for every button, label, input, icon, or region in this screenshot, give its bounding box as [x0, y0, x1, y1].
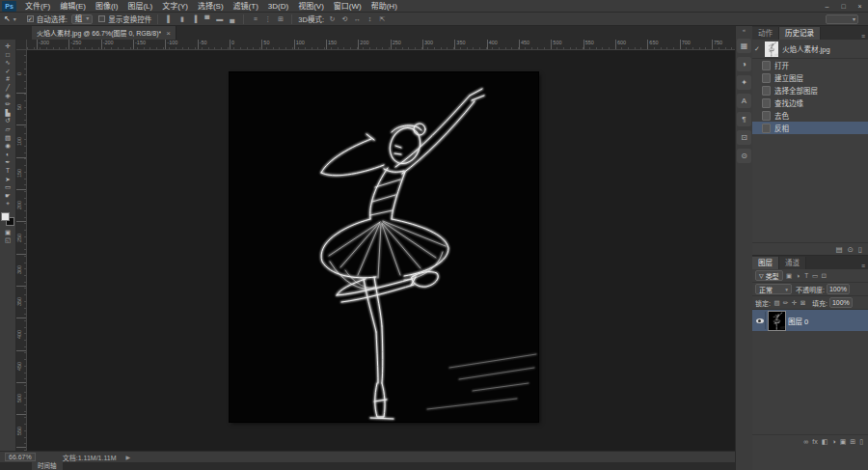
menu-item-6[interactable]: 滤镜(T) [229, 0, 263, 13]
panel-icon-clone-source[interactable]: ⊡ [737, 130, 751, 145]
eraser-tool-icon[interactable]: ▱ [1, 125, 15, 134]
history-brush-tool-icon[interactable]: ↺ [1, 117, 15, 125]
lasso-tool-icon[interactable]: ∿ [1, 59, 15, 68]
shape-tool-icon[interactable]: ▭ [1, 183, 15, 192]
dodge-tool-icon[interactable]: ◐ [1, 151, 15, 159]
maximize-button[interactable]: □ [835, 1, 852, 12]
align-bottom-icon[interactable]: ▄ [227, 14, 237, 24]
filter-adjustment-icon[interactable]: ◑ [794, 272, 802, 280]
canvas-area[interactable] [27, 50, 735, 451]
3d-rotate-icon[interactable]: ↻ [327, 14, 338, 24]
fill-value[interactable]: 100% [829, 297, 853, 308]
3d-pan-icon[interactable]: ↔ [352, 14, 363, 24]
new-group-icon[interactable]: ▣ [840, 438, 847, 446]
align-top-icon[interactable]: ▀ [202, 14, 212, 24]
layer-visibility-toggle[interactable] [754, 312, 766, 329]
auto-select-checkbox[interactable]: ✓ [27, 15, 34, 22]
menu-item-0[interactable]: 文件(F) [20, 0, 55, 13]
minimize-button[interactable]: – [819, 1, 835, 12]
crop-tool-icon[interactable]: # [1, 75, 15, 84]
workspace-selector[interactable]: ▾ [826, 14, 858, 24]
opacity-value[interactable]: 100% [827, 284, 850, 294]
history-state[interactable]: 查找边缘 [752, 97, 868, 109]
marquee-tool-icon[interactable]: □ [1, 51, 15, 60]
clone-stamp-tool-icon[interactable]: ▙ [1, 109, 15, 118]
tab-timeline[interactable]: 时间轴 [32, 462, 63, 470]
move-tool-icon[interactable]: ✛ [1, 42, 15, 51]
3d-roll-icon[interactable]: ⟲ [339, 14, 350, 24]
history-state[interactable]: 选择全部图层 [752, 84, 868, 97]
lock-pixels-icon[interactable]: ✏ [781, 299, 790, 307]
3d-slide-icon[interactable]: ↕ [365, 14, 375, 24]
distribute-v-icon[interactable]: ≡ [250, 14, 260, 24]
align-center-h-icon[interactable]: ▮ [176, 14, 187, 24]
filter-pixel-icon[interactable]: ▣ [785, 272, 794, 280]
distribute-h-icon[interactable]: ⋮ [262, 14, 273, 24]
history-state[interactable]: 反相 [752, 122, 868, 134]
eyedropper-tool-icon[interactable]: ╱ [1, 84, 15, 93]
lock-all-icon[interactable]: ⊠ [799, 299, 807, 307]
new-layer-icon[interactable]: ⊞ [850, 438, 855, 446]
type-tool-icon[interactable]: T [1, 167, 15, 176]
panel-icon-character[interactable]: A [737, 94, 751, 108]
delete-state-icon[interactable]: ▯ [858, 245, 862, 254]
spot-healing-tool-icon[interactable]: ✙ [1, 93, 15, 101]
quick-mask-tool-icon[interactable]: ▣ [1, 229, 15, 237]
tool-preset-caret-icon[interactable]: ▾ [14, 15, 16, 22]
menu-item-10[interactable]: 帮助(H) [366, 0, 402, 13]
screen-mode-tool-icon[interactable]: ◱ [1, 236, 15, 245]
new-adjustment-icon[interactable]: ◑ [831, 438, 835, 445]
layer-row[interactable]: 图层 0 [752, 310, 868, 331]
close-button[interactable]: × [852, 1, 868, 12]
layer-effects-icon[interactable]: fx [812, 438, 817, 445]
tab-history-历史记录[interactable]: 历史记录 [779, 27, 821, 40]
hand-tool-icon[interactable]: ☛ [1, 192, 15, 201]
blend-mode-dropdown[interactable]: 正常 ▾ [755, 284, 792, 294]
align-middle-icon[interactable]: ▬ [214, 14, 225, 24]
expand-panels-icon[interactable]: « [737, 26, 752, 35]
quick-select-tool-icon[interactable]: ✓ [1, 68, 15, 76]
new-snapshot-icon[interactable]: ⊙ [848, 245, 854, 254]
panel-icon-adjustments[interactable]: ◑ [737, 57, 751, 71]
menu-item-2[interactable]: 图像(I) [91, 0, 123, 13]
tab-layers-图层[interactable]: 图层 [752, 257, 779, 269]
menu-item-8[interactable]: 视图(V) [293, 0, 329, 13]
history-source-check-icon[interactable]: ✓ [754, 45, 761, 53]
menu-item-5[interactable]: 选择(S) [193, 0, 229, 13]
panel-menu-icon[interactable]: ≡ [858, 33, 868, 40]
zoom-level-field[interactable]: 66.67% [5, 453, 36, 461]
new-document-from-state-icon[interactable]: ▤ [835, 245, 842, 254]
align-right-icon[interactable]: ▐ [189, 14, 200, 24]
menu-item-7[interactable]: 3D(D) [263, 0, 293, 13]
panel-icon-info[interactable]: ⊙ [737, 149, 751, 163]
path-select-tool-icon[interactable]: ➤ [1, 176, 15, 184]
document-tab[interactable]: 火焰人素材.jpg @ 66.7%(图层 0, RGB/8)* × [32, 26, 176, 40]
history-state[interactable]: 去色 [752, 109, 868, 122]
status-options-arrow-icon[interactable]: ▶ [126, 454, 131, 460]
document-canvas[interactable] [230, 72, 538, 422]
lock-position-icon[interactable]: ✛ [790, 299, 799, 307]
align-left-icon[interactable]: ▌ [164, 14, 175, 24]
menu-item-4[interactable]: 文字(Y) [157, 0, 193, 13]
delete-layer-icon[interactable]: ▯ [859, 438, 863, 446]
history-snapshot-row[interactable]: ✓ 火焰人素材.jpg [752, 40, 868, 59]
menu-item-9[interactable]: 窗口(W) [329, 0, 366, 13]
layer-filter-dropdown[interactable]: ▽ 类型 [755, 270, 783, 281]
layer-thumbnail[interactable] [769, 312, 785, 330]
add-mask-icon[interactable]: ◧ [822, 438, 828, 446]
lock-transparency-icon[interactable]: ▨ [773, 299, 781, 307]
show-transform-checkbox[interactable] [98, 15, 105, 22]
auto-select-target-dropdown[interactable]: 组 ▾ [71, 14, 94, 24]
pen-tool-icon[interactable]: ✒ [1, 158, 15, 167]
filter-smart-icon[interactable]: ⊡ [820, 272, 828, 280]
foreground-color-swatch[interactable] [1, 212, 10, 221]
panel-menu-icon[interactable]: ≡ [858, 263, 868, 269]
history-state[interactable]: 打开 [752, 59, 868, 71]
auto-align-icon[interactable]: ⊞ [275, 14, 285, 24]
blur-tool-icon[interactable]: ◉ [1, 142, 15, 151]
brush-tool-icon[interactable]: ✏ [1, 100, 15, 109]
menu-item-3[interactable]: 图层(L) [122, 0, 157, 13]
link-layers-icon[interactable]: ∞ [803, 438, 808, 445]
panel-icon-styles[interactable]: ✦ [737, 75, 751, 90]
close-tab-icon[interactable]: × [166, 29, 171, 38]
